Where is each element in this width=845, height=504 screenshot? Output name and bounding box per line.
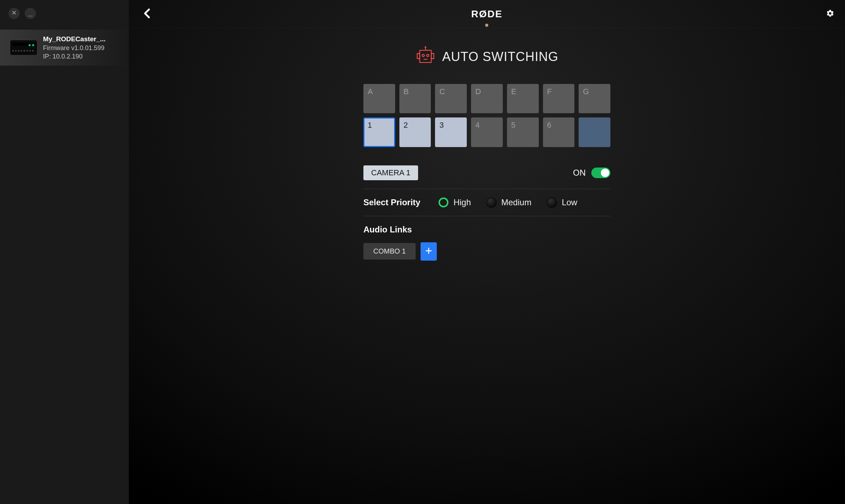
device-firmware: Firmware v1.0.01.599: [43, 44, 105, 52]
chevron-left-icon: [141, 14, 153, 20]
scene-cell-label: G: [583, 87, 589, 96]
svg-point-7: [422, 54, 424, 56]
sidebar: _ My_RODECaster_... Firmware v1.0.01.599…: [0, 0, 129, 504]
gear-icon: [826, 13, 834, 19]
toggle-state-label: ON: [573, 168, 586, 178]
close-icon: [12, 10, 17, 17]
audio-links-section: Audio Links COMBO 1: [363, 216, 610, 261]
scene-cell-label: C: [439, 87, 445, 96]
main-area: RØDE RØDE: [129, 0, 845, 504]
radio-icon: [439, 198, 448, 207]
scene-cell-G[interactable]: G: [579, 84, 610, 113]
scene-cell-A[interactable]: A: [363, 84, 395, 113]
scene-cell-label: 2: [404, 121, 408, 130]
device-ip: IP: 10.0.2.190: [43, 52, 105, 61]
priority-option-high[interactable]: High: [439, 198, 471, 207]
scene-cell-label: 4: [475, 121, 479, 130]
priority-row: Select Priority HighMediumLow: [363, 189, 610, 216]
camera-toggle[interactable]: [591, 168, 610, 178]
minimize-button[interactable]: _: [25, 8, 36, 19]
svg-point-3: [425, 47, 426, 48]
back-button[interactable]: [141, 7, 153, 21]
scene-cell-label: F: [547, 87, 552, 96]
scene-cell-label: 3: [439, 121, 443, 130]
scene-cell-label: B: [404, 87, 409, 96]
close-button[interactable]: [8, 8, 20, 19]
scene-cell-F[interactable]: F: [543, 84, 575, 113]
radio-icon: [487, 198, 496, 207]
scene-cell-label: D: [475, 87, 481, 96]
scene-cell-B[interactable]: B: [399, 84, 431, 113]
audio-link-chip[interactable]: COMBO 1: [363, 243, 416, 260]
settings-button[interactable]: [826, 9, 834, 19]
device-thumbnail: [10, 40, 37, 55]
device-card[interactable]: My_RODECaster_... Firmware v1.0.01.599 I…: [0, 30, 129, 66]
radio-icon: [547, 198, 557, 207]
svg-rect-4: [420, 50, 431, 62]
robot-icon: [415, 46, 436, 68]
radio-label: Low: [562, 198, 577, 207]
scene-cell-label: 1: [368, 121, 372, 130]
page-title: AUTO SWITCHING: [442, 49, 558, 64]
scene-cell-label: A: [368, 87, 373, 96]
priority-label: Select Priority: [363, 198, 420, 207]
scene-cell-blank[interactable]: [579, 117, 610, 147]
scene-cell-label: E: [511, 87, 517, 96]
priority-option-low[interactable]: Low: [547, 198, 577, 207]
radio-label: Medium: [501, 198, 531, 207]
add-audio-link-button[interactable]: [421, 242, 437, 261]
scene-cell-label: 5: [511, 121, 515, 130]
topbar: RØDE RØDE: [129, 0, 845, 28]
scene-cell-3[interactable]: 3: [435, 117, 467, 147]
priority-radio-group: HighMediumLow: [439, 198, 577, 207]
scene-cell-C[interactable]: C: [435, 84, 467, 113]
scene-grid: ABCDEFG123456: [363, 84, 610, 147]
scene-cell-2[interactable]: 2: [399, 117, 431, 147]
scene-cell-6[interactable]: 6: [543, 117, 575, 147]
radio-label: High: [453, 198, 471, 207]
camera-chip[interactable]: CAMERA 1: [363, 165, 418, 180]
svg-rect-6: [431, 54, 434, 59]
indicator-dot: [485, 24, 489, 27]
device-name: My_RODECaster_...: [43, 35, 105, 44]
scene-cell-D[interactable]: D: [471, 84, 503, 113]
scene-cell-4[interactable]: 4: [471, 117, 503, 147]
scene-cell-E[interactable]: E: [507, 84, 539, 113]
audio-links-label: Audio Links: [363, 225, 610, 235]
priority-option-medium[interactable]: Medium: [487, 198, 531, 207]
plus-icon: [425, 247, 433, 256]
camera-row: CAMERA 1 ON: [363, 153, 610, 189]
svg-rect-5: [417, 54, 420, 59]
scene-cell-5[interactable]: 5: [507, 117, 539, 147]
scene-cell-1[interactable]: 1: [363, 117, 395, 147]
scene-cell-label: 6: [547, 121, 551, 130]
svg-point-8: [427, 54, 429, 56]
toggle-knob: [601, 169, 609, 177]
